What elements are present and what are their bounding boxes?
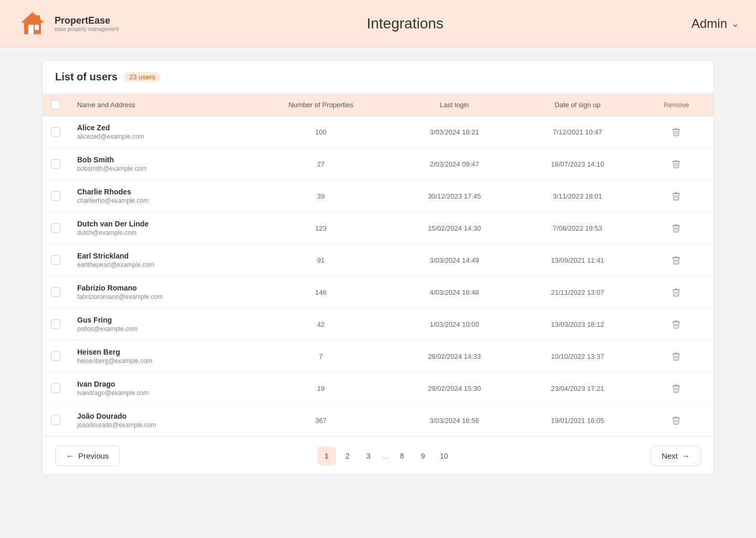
table-row: Alice Zed alicezed@example.com 100 3/03/… — [43, 116, 713, 148]
user-name: Gus Fring — [77, 316, 240, 324]
row-checkbox[interactable] — [51, 351, 60, 361]
logo-tagline: ease property management — [55, 26, 119, 32]
row-checkbox[interactable] — [51, 159, 60, 169]
signup-date-cell: 18/07/2023 14:10 — [516, 148, 639, 180]
properties-cell: 100 — [249, 116, 393, 148]
row-checkbox[interactable] — [51, 255, 60, 265]
user-info-cell: Gus Fring pollos@example.com — [69, 308, 249, 340]
remove-cell — [639, 405, 713, 437]
last-login-cell: 4/03/2024 16:48 — [393, 276, 516, 308]
svg-rect-3 — [35, 25, 39, 30]
user-email: bobsmith@example.com — [77, 165, 240, 172]
table-body: Alice Zed alicezed@example.com 100 3/03/… — [43, 116, 713, 437]
remove-user-button[interactable] — [668, 220, 685, 236]
user-name: Dutch van Der Linde — [77, 220, 240, 228]
remove-user-button[interactable] — [668, 412, 685, 429]
user-info-cell: Earl Strickland earlthepearl@example.com — [69, 244, 249, 276]
row-checkbox-cell — [43, 340, 69, 373]
remove-user-button[interactable] — [668, 380, 685, 397]
row-checkbox[interactable] — [51, 287, 60, 297]
last-login-cell: 3/03/2024 14:49 — [393, 244, 516, 276]
user-email: pollos@example.com — [77, 325, 240, 333]
user-name: Alice Zed — [77, 123, 240, 132]
next-label: Next — [662, 451, 678, 460]
remove-user-button[interactable] — [668, 156, 685, 172]
row-checkbox[interactable] — [51, 191, 60, 201]
row-checkbox-cell — [43, 373, 69, 405]
trash-icon — [671, 255, 681, 265]
user-info-cell: João Dourado joaodourado@example.com — [69, 405, 249, 437]
remove-user-button[interactable] — [668, 252, 685, 268]
signup-date-cell: 13/03/2023 18:12 — [516, 308, 639, 340]
remove-user-button[interactable] — [668, 123, 685, 140]
row-checkbox[interactable] — [51, 416, 60, 425]
remove-user-button[interactable] — [668, 348, 685, 365]
row-checkbox-cell — [43, 212, 69, 244]
row-checkbox-cell — [43, 405, 69, 437]
header: PropertEase ease property management Int… — [0, 0, 756, 47]
trash-icon — [671, 127, 681, 137]
user-email: fabrizioromano@example.com — [77, 293, 240, 301]
row-checkbox-cell — [43, 308, 69, 340]
signup-date-cell: 21/11/2022 13:07 — [516, 276, 639, 308]
properties-cell: 7 — [249, 340, 393, 373]
table-row: Charlie Rhodes charlierho@example.com 39… — [43, 180, 713, 212]
trash-icon — [671, 223, 681, 233]
col-remove: Remove — [639, 94, 713, 116]
chevron-down-icon: ⌄ — [731, 18, 739, 29]
last-login-cell: 3/03/2024 16:56 — [393, 405, 516, 437]
page-10-button[interactable]: 10 — [435, 447, 454, 465]
properties-cell: 39 — [249, 180, 393, 212]
arrow-left-icon: ← — [66, 451, 74, 460]
remove-cell — [639, 212, 713, 244]
properties-cell: 91 — [249, 244, 393, 276]
page-9-button[interactable]: 9 — [414, 447, 433, 465]
remove-cell — [639, 373, 713, 405]
row-checkbox[interactable] — [51, 127, 60, 137]
trash-icon — [671, 416, 681, 425]
user-info-cell: Charlie Rhodes charlierho@example.com — [69, 180, 249, 212]
remove-user-button[interactable] — [668, 284, 685, 301]
properties-cell: 123 — [249, 212, 393, 244]
user-name: Fabrizio Romano — [77, 284, 240, 292]
row-checkbox-cell — [43, 148, 69, 180]
remove-cell — [639, 180, 713, 212]
last-login-cell: 28/02/2024 14:33 — [393, 340, 516, 373]
page-3-button[interactable]: 3 — [359, 447, 378, 465]
page-ellipsis: ... — [380, 452, 391, 460]
next-button[interactable]: Next → — [650, 446, 701, 466]
row-checkbox[interactable] — [51, 384, 60, 393]
last-login-cell: 30/12/2023 17:45 — [393, 180, 516, 212]
remove-user-button[interactable] — [668, 188, 685, 204]
row-checkbox[interactable] — [51, 319, 60, 329]
list-title: List of users — [55, 71, 118, 83]
previous-button[interactable]: ← Previous — [55, 446, 120, 466]
svg-rect-4 — [37, 15, 40, 23]
properties-cell: 367 — [249, 405, 393, 437]
remove-cell — [639, 148, 713, 180]
logo-name: PropertEase — [55, 15, 119, 26]
properties-cell: 27 — [249, 148, 393, 180]
row-checkbox[interactable] — [51, 223, 60, 233]
select-all-checkbox[interactable] — [51, 100, 60, 109]
properties-cell: 42 — [249, 308, 393, 340]
user-name: Bob Smith — [77, 156, 240, 164]
user-email: heisenberg@example.com — [77, 357, 240, 365]
admin-menu[interactable]: Admin ⌄ — [691, 16, 739, 31]
row-checkbox-cell — [43, 276, 69, 308]
trash-icon — [671, 159, 681, 169]
user-email: dutch@example.com — [77, 229, 240, 236]
page-1-button[interactable]: 1 — [317, 447, 336, 465]
table-row: Dutch van Der Linde dutch@example.com 12… — [43, 212, 713, 244]
user-info-cell: Dutch van Der Linde dutch@example.com — [69, 212, 249, 244]
remove-cell — [639, 308, 713, 340]
remove-user-button[interactable] — [668, 316, 685, 333]
page-2-button[interactable]: 2 — [338, 447, 357, 465]
page-8-button[interactable]: 8 — [393, 447, 412, 465]
remove-cell — [639, 116, 713, 148]
user-name: Charlie Rhodes — [77, 188, 240, 196]
row-checkbox-cell — [43, 244, 69, 276]
svg-rect-2 — [28, 25, 34, 34]
trash-icon — [671, 319, 681, 329]
users-badge: 23 users — [124, 72, 161, 82]
